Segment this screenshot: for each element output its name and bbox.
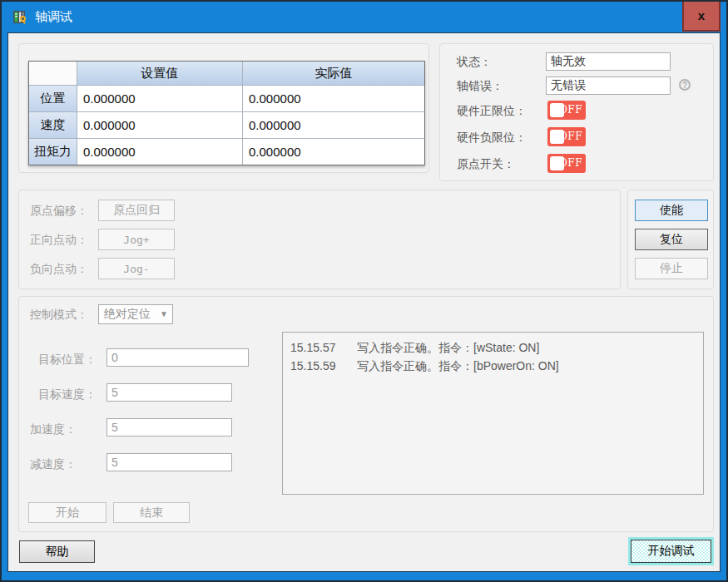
help-button[interactable]: 帮助 [19, 540, 95, 563]
table-cell: 0.000000 [77, 86, 242, 111]
error-help-icon[interactable]: ? [676, 76, 693, 93]
hw-positive-limit-label: 硬件正限位： [457, 104, 527, 119]
acceleration-input[interactable] [106, 418, 232, 436]
stop-button[interactable]: 停止 [635, 258, 708, 279]
table-corner-cell [29, 62, 77, 85]
values-group: 设置值 实际值 位置 0.000000 0.000000 速度 0.000000… [18, 43, 429, 173]
app-icon [13, 10, 27, 24]
origin-return-button[interactable]: 原点回归 [98, 200, 175, 221]
table-header-actual: 实际值 [243, 62, 424, 85]
table-header-set: 设置值 [77, 62, 242, 85]
command-group: 使能 复位 停止 [627, 190, 714, 289]
axis-error-label: 轴错误： [457, 79, 503, 94]
titlebar: 轴调试 x [2, 2, 726, 32]
start-button[interactable]: 开始 [28, 502, 106, 523]
origin-switch-label: 原点开关： [457, 157, 515, 172]
toggle-state-label: OFF [559, 157, 582, 169]
log-entry: 15.15.57 写入指令正确。指令：[wState: ON] [290, 338, 696, 357]
start-debug-button[interactable]: 开始调试 [631, 540, 711, 563]
table-cell: 0.000000 [77, 112, 242, 138]
enable-button[interactable]: 使能 [635, 200, 708, 221]
log-message: 写入指令正确。指令：[bPowerOn: ON] [357, 357, 559, 375]
state-label: 状态： [457, 55, 492, 70]
end-button[interactable]: 结束 [113, 502, 190, 523]
motion-group: 控制模式： 绝对定位 ▼ 目标位置： 目标速度： 加速度： 减速度： 15.15… [18, 296, 714, 532]
axis-debug-window: 轴调试 x 设置值 实际值 位置 0.000000 0.000000 速度 0.… [0, 0, 728, 582]
table-row-header-torque: 扭矩力 [29, 139, 77, 165]
table-row-header-position: 位置 [29, 86, 77, 111]
reset-button[interactable]: 复位 [635, 229, 708, 250]
axis-error-field[interactable] [546, 76, 671, 95]
acceleration-label: 加速度： [30, 422, 77, 437]
table-cell: 0.000000 [77, 139, 242, 165]
jog-plus-button[interactable]: Jog+ [98, 229, 175, 250]
log-time: 15.15.57 [290, 338, 357, 357]
values-table: 设置值 实际值 位置 0.000000 0.000000 速度 0.000000… [28, 61, 425, 165]
jog-group: 原点偏移： 原点回归 正向点动： Jog+ 负向点动： Jog- [18, 190, 621, 289]
target-position-input[interactable] [106, 348, 249, 367]
jog-backward-label: 负向点动： [30, 262, 88, 277]
log-entry: 15.15.59 写入指令正确。指令：[bPowerOn: ON] [290, 357, 696, 375]
log-time: 15.15.59 [290, 357, 357, 375]
log-message: 写入指令正确。指令：[wState: ON] [357, 338, 539, 357]
toggle-state-label: OFF [559, 104, 582, 116]
target-position-label: 目标位置： [38, 353, 97, 367]
table-cell: 0.000000 [243, 139, 424, 165]
hw-negative-limit-toggle[interactable]: OFF [547, 127, 586, 146]
table-cell: 0.000000 [243, 112, 424, 138]
window-title: 轴调试 [35, 9, 72, 25]
toggle-state-label: OFF [559, 131, 582, 142]
control-mode-label: 控制模式： [30, 308, 88, 323]
client-area: 设置值 实际值 位置 0.000000 0.000000 速度 0.000000… [7, 32, 721, 572]
command-log[interactable]: 15.15.57 写入指令正确。指令：[wState: ON] 15.15.59… [282, 332, 704, 495]
control-mode-select[interactable]: 绝对定位 ▼ [98, 304, 173, 324]
jog-forward-label: 正向点动： [30, 233, 88, 248]
table-cell: 0.000000 [243, 86, 424, 111]
origin-offset-label: 原点偏移： [30, 204, 88, 219]
state-field[interactable] [546, 52, 671, 71]
target-speed-label: 目标速度： [38, 387, 97, 402]
origin-switch-toggle[interactable]: OFF [547, 154, 586, 173]
hw-negative-limit-label: 硬件负限位： [457, 131, 527, 146]
target-speed-input[interactable] [106, 383, 232, 402]
chevron-down-icon: ▼ [160, 309, 168, 318]
table-row-header-speed: 速度 [29, 112, 77, 138]
control-mode-value: 绝对定位 [104, 307, 151, 322]
jog-minus-button[interactable]: Jog- [98, 258, 175, 279]
hw-positive-limit-toggle[interactable]: OFF [547, 101, 586, 120]
deceleration-label: 减速度： [30, 457, 77, 472]
close-button[interactable]: x [682, 2, 721, 32]
status-group: 状态： 轴错误： ? 硬件正限位： OFF 硬件负限位： OFF 原点开关： O… [439, 43, 714, 181]
deceleration-input[interactable] [106, 453, 232, 471]
